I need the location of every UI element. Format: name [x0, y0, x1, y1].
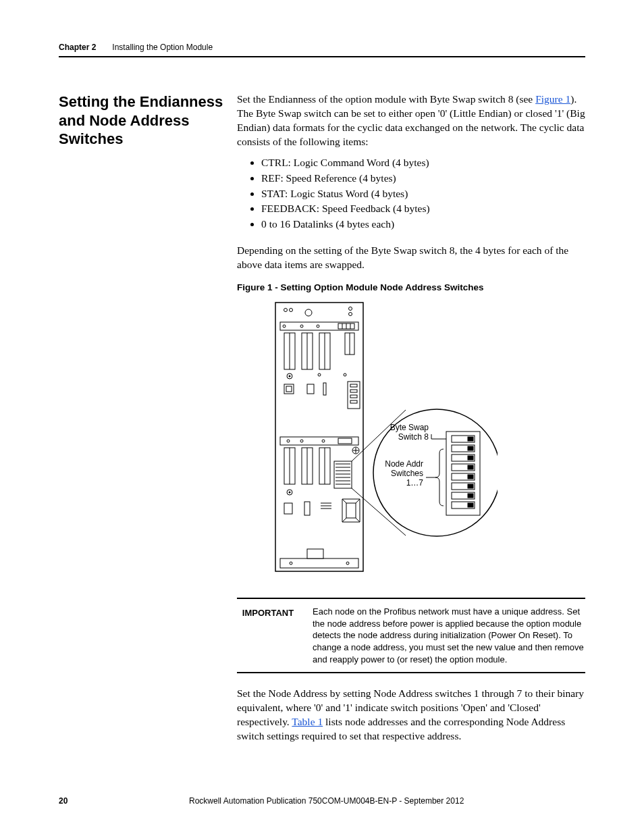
important-label: IMPORTANT [237, 606, 299, 665]
important-text: Each node on the Profibus network must h… [313, 606, 585, 665]
svg-rect-86 [468, 494, 473, 498]
paragraph-1: Set the Endianness of the option module … [237, 93, 585, 149]
svg-text:Node Addr: Node Addr [385, 459, 423, 469]
section-heading: Setting the Endianness and Node Address … [59, 93, 225, 149]
svg-rect-59 [284, 503, 292, 514]
important-callout: IMPORTANT Each node on the Profibus netw… [237, 598, 585, 673]
svg-rect-32 [350, 390, 357, 392]
svg-rect-80 [468, 465, 473, 469]
svg-rect-64 [346, 503, 356, 518]
svg-rect-34 [350, 400, 357, 403]
paragraph-2: Depending on the setting of the Byte Swa… [237, 244, 585, 272]
module-diagram-icon: Byte Swap Switch 8 Node Addr Switches 1…… [275, 302, 498, 572]
list-item: 0 to 16 Datalinks (4 bytes each) [261, 217, 585, 232]
svg-point-23 [289, 375, 291, 377]
svg-text:Switches: Switches [391, 469, 423, 478]
running-header: Chapter 2 Installing the Option Module [59, 43, 585, 57]
main-content: Set the Endianness of the option module … [237, 93, 585, 750]
publication-info: Rockwell Automation Publication 750COM-U… [68, 796, 585, 806]
svg-text:Byte Swap: Byte Swap [390, 423, 429, 432]
svg-rect-31 [350, 384, 357, 387]
svg-rect-76 [468, 446, 473, 450]
figure-caption: Figure 1 - Setting Option Module Node Ad… [237, 282, 585, 294]
svg-rect-29 [323, 383, 326, 395]
svg-text:Switch 8: Switch 8 [398, 432, 429, 442]
svg-rect-65 [280, 558, 358, 568]
svg-rect-39 [338, 438, 352, 444]
svg-rect-68 [307, 549, 323, 558]
chapter-title: Installing the Option Module [112, 43, 213, 52]
chapter-number: Chapter 2 [59, 43, 96, 52]
svg-rect-84 [468, 484, 473, 488]
svg-rect-88 [468, 503, 473, 507]
svg-rect-78 [468, 456, 473, 460]
svg-rect-33 [350, 395, 357, 398]
list-item: FEEDBACK: Speed Feedback (4 bytes) [261, 202, 585, 216]
svg-rect-74 [468, 437, 473, 441]
svg-rect-60 [304, 502, 310, 515]
figure-1: Byte Swap Switch 8 Node Addr Switches 1…… [275, 302, 585, 572]
page-footer: 20 Rockwell Automation Publication 750CO… [59, 796, 585, 806]
svg-rect-82 [468, 475, 473, 479]
svg-point-58 [289, 492, 291, 494]
list-item: STAT: Logic Status Word (4 bytes) [261, 187, 585, 201]
svg-rect-27 [286, 386, 292, 392]
paragraph-3: Set the Node Address by setting Node Add… [237, 687, 585, 744]
figure-1-link[interactable]: Figure 1 [535, 93, 570, 105]
svg-rect-28 [307, 384, 314, 394]
table-1-link[interactable]: Table 1 [292, 716, 323, 727]
list-item: CTRL: Logic Command Word (4 bytes) [261, 156, 585, 170]
page-number: 20 [59, 796, 68, 806]
bullet-list: CTRL: Logic Command Word (4 bytes) REF: … [237, 156, 585, 232]
svg-text:1…7: 1…7 [406, 478, 424, 488]
list-item: REF: Speed Reference (4 bytes) [261, 172, 585, 186]
